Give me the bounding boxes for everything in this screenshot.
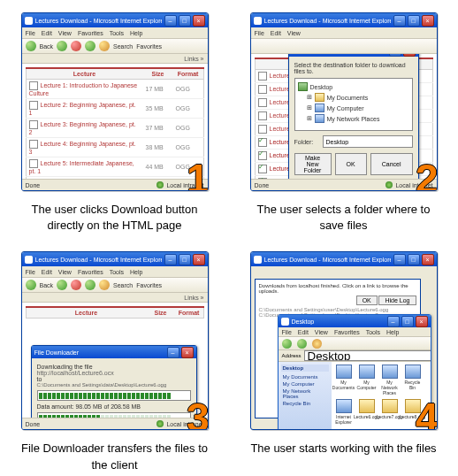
exp-max[interactable]: □ xyxy=(401,316,414,327)
table-row[interactable]: Lecture 5: Intermediate Japanese, pt. 14… xyxy=(26,157,203,177)
favorites-label[interactable]: Favorites xyxy=(136,282,162,288)
log-hide-button[interactable]: Hide Log xyxy=(378,296,416,305)
menu-favorites[interactable]: Favorites xyxy=(78,269,103,275)
table-row[interactable]: Lecture 2: Beginning Japanese, pt. 135 M… xyxy=(26,99,203,119)
exp-fwd-icon[interactable] xyxy=(297,339,307,349)
close-button[interactable]: × xyxy=(193,254,205,265)
exp-close[interactable]: × xyxy=(416,316,428,327)
back-icon[interactable] xyxy=(26,41,36,51)
table-row[interactable]: Lecture 1: Introduction to Japanese Cult… xyxy=(26,80,203,99)
checkbox[interactable] xyxy=(258,151,267,160)
table-row[interactable]: Lecture 3: Beginning Japanese, pt. 237 M… xyxy=(26,119,203,138)
back-icon[interactable] xyxy=(26,280,36,290)
back-label[interactable]: Back xyxy=(40,282,54,288)
maximize-button[interactable]: □ xyxy=(179,15,191,27)
links-label[interactable]: Links » xyxy=(184,56,203,62)
checkbox[interactable] xyxy=(258,178,267,179)
folder-input[interactable] xyxy=(323,135,413,148)
make-folder-button[interactable]: Make New Folder xyxy=(294,153,332,175)
desktop-icon[interactable]: My Computer xyxy=(357,365,377,395)
exp-menu-tools[interactable]: Tools xyxy=(366,329,380,335)
home-icon[interactable] xyxy=(99,41,110,51)
checkbox[interactable] xyxy=(258,165,267,173)
desktop-icon[interactable]: Lecture8.ogg xyxy=(403,399,423,425)
checkbox[interactable] xyxy=(29,159,38,168)
exp-menu-file[interactable]: File xyxy=(282,329,292,335)
desktop-icon[interactable]: My Network Places xyxy=(380,365,400,395)
stop-icon[interactable] xyxy=(71,41,81,51)
menu-view[interactable]: View xyxy=(58,269,72,275)
table-row[interactable]: Lecture 6: Intermediate Japanese, pt. 24… xyxy=(26,177,203,180)
maximize-button[interactable]: □ xyxy=(179,254,191,265)
desktop-icon[interactable]: Recycle Bin xyxy=(403,365,423,395)
refresh-icon[interactable] xyxy=(85,41,95,51)
minimize-button[interactable]: – xyxy=(393,15,406,27)
desktop-icon[interactable]: Lecture6.ogg xyxy=(357,399,377,425)
menu-favorites[interactable]: Favorites xyxy=(78,30,103,36)
checkbox[interactable] xyxy=(258,138,267,147)
desktop-icon[interactable]: My Documents xyxy=(334,365,354,395)
desktop-icon[interactable]: Lecture7.ogg xyxy=(380,399,400,425)
forward-icon[interactable] xyxy=(57,41,67,51)
exp-min[interactable]: – xyxy=(387,316,400,327)
checkbox[interactable] xyxy=(29,101,38,110)
checkbox[interactable] xyxy=(29,81,38,90)
maximize-button[interactable]: □ xyxy=(408,254,420,265)
dialog-help-button[interactable]: ? xyxy=(389,54,401,57)
ok-button[interactable]: OK xyxy=(335,153,367,175)
tree-desktop[interactable]: Desktop xyxy=(298,81,409,92)
checkbox[interactable] xyxy=(258,98,267,107)
home-icon[interactable] xyxy=(99,280,110,290)
checkbox[interactable] xyxy=(258,72,267,81)
exp-menu-view[interactable]: View xyxy=(315,329,328,335)
menu-edit[interactable]: Edit xyxy=(42,269,52,275)
maximize-button[interactable]: □ xyxy=(408,15,420,27)
close-button[interactable]: × xyxy=(193,15,205,27)
favorites-label[interactable]: Favorites xyxy=(136,43,162,50)
side-item[interactable]: My Documents xyxy=(281,373,329,380)
menu-file[interactable]: File xyxy=(255,30,264,36)
minimize-button[interactable]: – xyxy=(393,254,406,265)
checkbox[interactable] xyxy=(29,120,38,129)
menu-view[interactable]: View xyxy=(58,30,72,36)
menu-help[interactable]: Help xyxy=(130,30,142,36)
menu-file[interactable]: File xyxy=(26,30,35,36)
menu-tools[interactable]: Tools xyxy=(110,30,124,36)
back-label[interactable]: Back xyxy=(40,43,54,50)
exp-back-icon[interactable] xyxy=(282,339,292,349)
checkbox[interactable] xyxy=(29,140,38,149)
close-button[interactable]: × xyxy=(422,15,434,27)
side-item[interactable]: My Network Places xyxy=(281,388,329,400)
menu-tools[interactable]: Tools xyxy=(110,269,124,275)
tree-network[interactable]: ⊞My Network Places xyxy=(298,113,409,124)
menu-help[interactable]: Help xyxy=(130,269,142,275)
menu-edit[interactable]: Edit xyxy=(271,30,281,36)
minimize-button[interactable]: – xyxy=(164,254,177,265)
table-row[interactable]: Lecture 4: Beginning Japanese, pt. 338 M… xyxy=(26,138,203,157)
stop-icon[interactable] xyxy=(71,280,81,290)
exp-menu-edit[interactable]: Edit xyxy=(298,329,309,335)
minimize-button[interactable]: – xyxy=(164,15,177,27)
dialog-close-button[interactable]: × xyxy=(403,54,416,57)
search-label[interactable]: Search xyxy=(113,43,133,50)
exp-menu-fav[interactable]: Favorites xyxy=(334,329,360,335)
desktop-icon[interactable]: Internet Explorer xyxy=(334,399,354,425)
exp-up-icon[interactable] xyxy=(312,339,322,349)
checkbox[interactable] xyxy=(258,85,267,94)
tree-documents[interactable]: ⊞My Documents xyxy=(298,92,409,103)
search-label[interactable]: Search xyxy=(113,282,133,288)
refresh-icon[interactable] xyxy=(85,280,95,290)
dialog-close-button[interactable]: × xyxy=(181,347,194,358)
menu-edit[interactable]: Edit xyxy=(42,30,52,36)
exp-menu-help[interactable]: Help xyxy=(386,329,399,335)
menu-file[interactable]: File xyxy=(26,269,35,275)
dialog-min-button[interactable]: – xyxy=(167,347,179,358)
close-button[interactable]: × xyxy=(422,254,434,265)
checkbox[interactable] xyxy=(258,125,267,134)
checkbox[interactable] xyxy=(258,111,267,120)
folder-tree[interactable]: Desktop ⊞My Documents ⊞My Computer ⊞My N… xyxy=(294,78,413,131)
side-item[interactable]: Recycle Bin xyxy=(281,400,329,407)
links-label[interactable]: Links » xyxy=(184,295,203,301)
side-item[interactable]: My Computer xyxy=(281,380,329,388)
exp-addr-input[interactable] xyxy=(304,350,431,361)
